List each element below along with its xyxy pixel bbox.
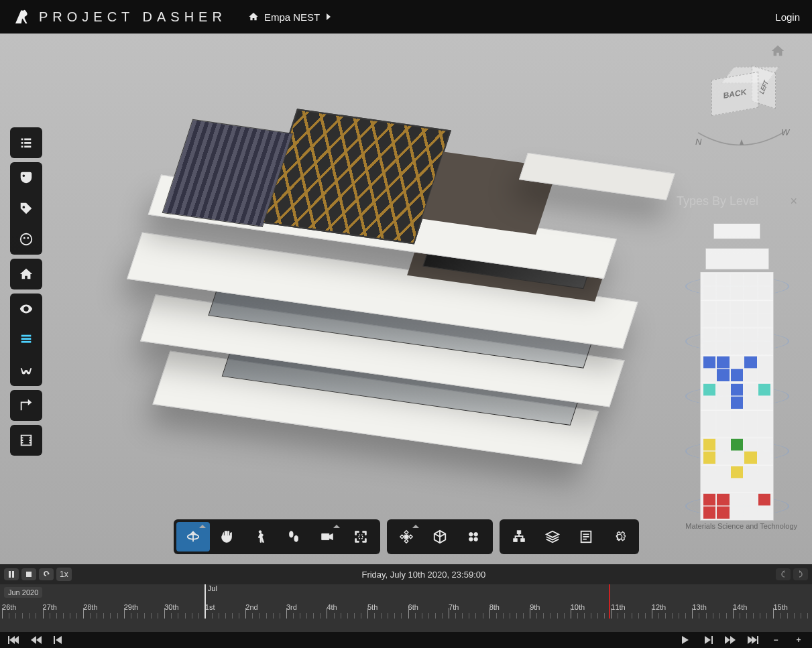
orbit-button[interactable] bbox=[176, 522, 210, 552]
properties-button[interactable] bbox=[569, 522, 603, 552]
svg-point-8 bbox=[259, 531, 262, 533]
footsteps-button[interactable] bbox=[277, 522, 310, 552]
day-label: 1st bbox=[205, 603, 215, 611]
day-label: 8th bbox=[489, 603, 500, 611]
svg-rect-5 bbox=[21, 341, 32, 343]
fit-view-button[interactable] bbox=[344, 522, 378, 552]
compass-n-label: N bbox=[695, 137, 702, 147]
sensor-button[interactable] bbox=[10, 162, 42, 193]
explode-button[interactable] bbox=[390, 522, 423, 552]
svg-rect-27 bbox=[8, 636, 9, 644]
svg-point-9 bbox=[289, 531, 293, 537]
day-label: 5th bbox=[367, 603, 378, 611]
film-button[interactable] bbox=[10, 425, 42, 456]
svg-rect-11 bbox=[359, 535, 363, 539]
cluster-button[interactable] bbox=[457, 522, 490, 552]
timeline-nav-row: − + bbox=[0, 632, 812, 648]
loop-button[interactable] bbox=[39, 568, 54, 580]
step-back-button[interactable] bbox=[27, 634, 46, 646]
pan-button[interactable] bbox=[210, 522, 243, 552]
timeline-ruler[interactable]: Jun 2020 26th27th28th29th30th1st2nd3rd4t… bbox=[0, 584, 812, 632]
camera-button[interactable] bbox=[310, 522, 344, 552]
playhead[interactable] bbox=[609, 584, 610, 619]
timeline-date-label: Friday, July 10th 2020, 23:59:00 bbox=[74, 570, 773, 580]
play-button[interactable] bbox=[675, 634, 694, 646]
zoom-out-button[interactable]: − bbox=[766, 634, 785, 646]
timeline-controls-row: 1x Friday, July 10th 2020, 23:59:00 bbox=[0, 564, 812, 584]
visibility-button[interactable] bbox=[10, 294, 42, 324]
levels-button[interactable] bbox=[10, 324, 42, 355]
month-divider-label: Jul bbox=[208, 584, 217, 592]
day-label: 26th bbox=[2, 603, 16, 611]
layers-button[interactable] bbox=[536, 522, 569, 552]
walk-button[interactable] bbox=[243, 522, 277, 552]
compass-w-label: W bbox=[781, 127, 791, 137]
viewcube-front[interactable]: BACK bbox=[711, 72, 758, 116]
pause-button[interactable] bbox=[4, 568, 19, 580]
refresh-back-button[interactable] bbox=[776, 568, 791, 580]
svg-rect-3 bbox=[21, 335, 32, 337]
svg-rect-12 bbox=[404, 535, 408, 539]
types-by-level-panel: Types By Level × Materials Science and T… bbox=[677, 194, 797, 530]
glasses-button[interactable] bbox=[10, 355, 42, 386]
app-title: PROJECT DASHER bbox=[39, 9, 227, 25]
svg-rect-32 bbox=[54, 636, 55, 644]
day-label: 15th bbox=[773, 603, 787, 611]
day-label: 2nd bbox=[245, 603, 257, 611]
goto-end-button[interactable] bbox=[744, 634, 762, 646]
tag-button[interactable] bbox=[10, 193, 42, 224]
viewcube-widget[interactable]: LEFT BACK N W bbox=[678, 44, 799, 151]
step-fwd-button[interactable] bbox=[721, 634, 740, 646]
svg-rect-4 bbox=[21, 338, 32, 340]
refresh-fwd-button[interactable] bbox=[793, 568, 808, 580]
svg-marker-30 bbox=[31, 636, 36, 644]
level-stack[interactable] bbox=[677, 218, 797, 519]
zoom-in-button[interactable]: + bbox=[789, 634, 808, 646]
section-button[interactable] bbox=[423, 522, 457, 552]
types-panel-title: Types By Level bbox=[677, 194, 758, 208]
svg-point-14 bbox=[473, 533, 477, 537]
prev-button[interactable] bbox=[50, 634, 68, 646]
svg-marker-33 bbox=[56, 636, 62, 644]
building-model bbox=[134, 100, 657, 475]
close-icon[interactable]: × bbox=[790, 194, 797, 208]
home-icon bbox=[248, 11, 259, 22]
share-button[interactable] bbox=[10, 390, 42, 421]
svg-point-15 bbox=[469, 537, 473, 541]
svg-rect-21 bbox=[9, 571, 11, 578]
day-label: 10th bbox=[571, 603, 585, 611]
list-button[interactable] bbox=[10, 127, 42, 158]
speed-button[interactable]: 1x bbox=[56, 568, 72, 581]
viewcube-home-icon[interactable] bbox=[770, 44, 785, 58]
login-link[interactable]: Login bbox=[775, 11, 800, 23]
model-tree-button[interactable] bbox=[502, 522, 536, 552]
svg-marker-40 bbox=[752, 636, 757, 644]
types-footer-label: Materials Science and Technology bbox=[677, 522, 797, 530]
day-label: 14th bbox=[733, 603, 747, 611]
day-label: 7th bbox=[449, 603, 459, 611]
svg-point-10 bbox=[294, 535, 298, 541]
compass-ring[interactable]: N W bbox=[691, 125, 792, 151]
svg-rect-22 bbox=[12, 571, 14, 578]
chevron-right-icon bbox=[325, 13, 332, 21]
app-logo-icon bbox=[12, 7, 32, 27]
day-label: 4th bbox=[327, 603, 337, 611]
stop-button[interactable] bbox=[21, 568, 36, 580]
svg-marker-6 bbox=[740, 139, 744, 145]
probe-button[interactable] bbox=[10, 224, 42, 255]
svg-rect-23 bbox=[26, 572, 32, 577]
home-button[interactable] bbox=[10, 259, 42, 289]
day-label: 9th bbox=[530, 603, 540, 611]
svg-marker-34 bbox=[682, 636, 689, 644]
day-label: 29th bbox=[124, 603, 138, 611]
day-label: 3rd bbox=[286, 603, 297, 611]
breadcrumb[interactable]: Empa NEST bbox=[248, 11, 332, 23]
svg-marker-37 bbox=[725, 636, 730, 644]
next-button[interactable] bbox=[698, 634, 717, 646]
svg-point-0 bbox=[21, 234, 32, 245]
svg-point-1 bbox=[23, 237, 25, 239]
settings-button[interactable] bbox=[603, 522, 636, 552]
topbar: PROJECT DASHER Empa NEST Login bbox=[0, 0, 812, 34]
goto-start-button[interactable] bbox=[4, 634, 23, 646]
svg-marker-31 bbox=[36, 636, 42, 644]
